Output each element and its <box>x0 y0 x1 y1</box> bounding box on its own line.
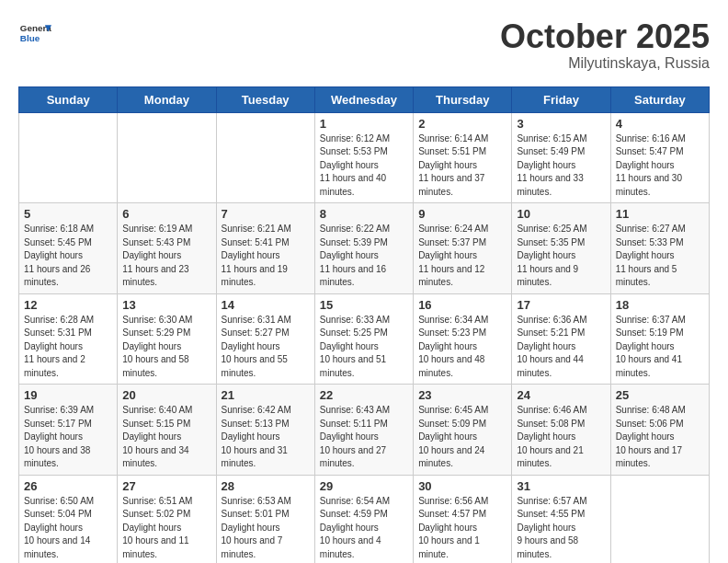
day-info: Sunrise: 6:27 AMSunset: 5:33 PMDaylight … <box>616 223 704 290</box>
day-info: Sunrise: 6:39 AMSunset: 5:17 PMDaylight … <box>24 404 112 471</box>
day-info: Sunrise: 6:18 AMSunset: 5:45 PMDaylight … <box>24 223 112 290</box>
calendar-cell: 24Sunrise: 6:46 AMSunset: 5:08 PMDayligh… <box>512 385 610 476</box>
day-number: 18 <box>616 298 704 312</box>
day-number: 3 <box>517 117 605 131</box>
calendar-cell: 11Sunrise: 6:27 AMSunset: 5:33 PMDayligh… <box>610 203 709 294</box>
weekday-header-tuesday: Tuesday <box>216 86 314 112</box>
calendar-week-row: 19Sunrise: 6:39 AMSunset: 5:17 PMDayligh… <box>19 385 710 476</box>
calendar-cell: 9Sunrise: 6:24 AMSunset: 5:37 PMDaylight… <box>414 203 512 294</box>
day-number: 19 <box>24 388 112 402</box>
day-info: Sunrise: 6:21 AMSunset: 5:41 PMDaylight … <box>222 223 310 290</box>
calendar-cell: 21Sunrise: 6:42 AMSunset: 5:13 PMDayligh… <box>216 385 314 476</box>
day-number: 20 <box>122 388 210 402</box>
day-info: Sunrise: 6:14 AMSunset: 5:51 PMDaylight … <box>418 132 506 200</box>
day-info: Sunrise: 6:31 AMSunset: 5:27 PMDaylight … <box>222 314 310 381</box>
calendar-cell <box>610 475 709 563</box>
day-info: Sunrise: 6:22 AMSunset: 5:39 PMDaylight … <box>320 223 408 290</box>
day-number: 21 <box>222 388 310 402</box>
calendar-cell: 14Sunrise: 6:31 AMSunset: 5:27 PMDayligh… <box>216 293 314 385</box>
day-number: 10 <box>517 207 605 221</box>
day-info: Sunrise: 6:28 AMSunset: 5:31 PMDaylight … <box>24 314 112 381</box>
calendar-cell: 13Sunrise: 6:30 AMSunset: 5:29 PMDayligh… <box>118 293 216 385</box>
calendar-cell: 4Sunrise: 6:16 AMSunset: 5:47 PMDaylight… <box>610 112 709 203</box>
day-info: Sunrise: 6:34 AMSunset: 5:23 PMDaylight … <box>418 314 506 381</box>
calendar-cell <box>118 112 216 203</box>
day-number: 24 <box>517 388 605 402</box>
calendar-cell: 28Sunrise: 6:53 AMSunset: 5:01 PMDayligh… <box>216 475 314 563</box>
day-info: Sunrise: 6:57 AMSunset: 4:55 PMDaylight … <box>517 495 605 562</box>
calendar-cell: 30Sunrise: 6:56 AMSunset: 4:57 PMDayligh… <box>414 475 512 563</box>
day-number: 22 <box>320 388 408 402</box>
day-number: 2 <box>418 117 506 131</box>
weekday-header-thursday: Thursday <box>414 86 512 112</box>
location: Milyutinskaya, Russia <box>500 55 710 72</box>
day-info: Sunrise: 6:50 AMSunset: 5:04 PMDaylight … <box>24 495 112 562</box>
day-number: 8 <box>320 207 408 221</box>
calendar-cell: 10Sunrise: 6:25 AMSunset: 5:35 PMDayligh… <box>512 203 610 294</box>
day-number: 1 <box>320 117 408 131</box>
day-number: 12 <box>24 298 112 312</box>
calendar-cell: 5Sunrise: 6:18 AMSunset: 5:45 PMDaylight… <box>19 203 118 294</box>
day-info: Sunrise: 6:54 AMSunset: 4:59 PMDaylight … <box>320 495 408 562</box>
day-info: Sunrise: 6:48 AMSunset: 5:06 PMDaylight … <box>616 404 704 471</box>
day-info: Sunrise: 6:25 AMSunset: 5:35 PMDaylight … <box>517 223 605 290</box>
calendar-cell: 12Sunrise: 6:28 AMSunset: 5:31 PMDayligh… <box>19 293 118 385</box>
calendar-week-row: 12Sunrise: 6:28 AMSunset: 5:31 PMDayligh… <box>19 293 710 385</box>
calendar-week-row: 26Sunrise: 6:50 AMSunset: 5:04 PMDayligh… <box>19 475 710 563</box>
day-info: Sunrise: 6:53 AMSunset: 5:01 PMDaylight … <box>222 495 310 562</box>
calendar-week-row: 1Sunrise: 6:12 AMSunset: 5:53 PMDaylight… <box>19 112 710 203</box>
svg-text:Blue: Blue <box>20 33 40 43</box>
day-info: Sunrise: 6:33 AMSunset: 5:25 PMDaylight … <box>320 314 408 381</box>
day-number: 27 <box>122 479 210 493</box>
day-info: Sunrise: 6:42 AMSunset: 5:13 PMDaylight … <box>222 404 310 471</box>
day-number: 5 <box>24 207 112 221</box>
day-info: Sunrise: 6:12 AMSunset: 5:53 PMDaylight … <box>320 132 408 200</box>
day-info: Sunrise: 6:37 AMSunset: 5:19 PMDaylight … <box>616 314 704 381</box>
day-info: Sunrise: 6:36 AMSunset: 5:21 PMDaylight … <box>517 314 605 381</box>
calendar-cell: 2Sunrise: 6:14 AMSunset: 5:51 PMDaylight… <box>414 112 512 203</box>
logo: General Blue <box>18 18 51 52</box>
calendar-cell: 20Sunrise: 6:40 AMSunset: 5:15 PMDayligh… <box>118 385 216 476</box>
day-number: 30 <box>418 479 506 493</box>
day-info: Sunrise: 6:43 AMSunset: 5:11 PMDaylight … <box>320 404 408 471</box>
calendar-week-row: 5Sunrise: 6:18 AMSunset: 5:45 PMDaylight… <box>19 203 710 294</box>
day-number: 26 <box>24 479 112 493</box>
day-number: 6 <box>122 207 210 221</box>
calendar-cell: 23Sunrise: 6:45 AMSunset: 5:09 PMDayligh… <box>414 385 512 476</box>
day-info: Sunrise: 6:45 AMSunset: 5:09 PMDaylight … <box>418 404 506 471</box>
page-header: General Blue October 2025 Milyutinskaya,… <box>18 18 710 72</box>
day-number: 28 <box>222 479 310 493</box>
weekday-header-sunday: Sunday <box>19 86 118 112</box>
day-info: Sunrise: 6:40 AMSunset: 5:15 PMDaylight … <box>122 404 210 471</box>
calendar-cell: 29Sunrise: 6:54 AMSunset: 4:59 PMDayligh… <box>314 475 413 563</box>
calendar-cell <box>216 112 314 203</box>
day-number: 14 <box>222 298 310 312</box>
day-number: 25 <box>616 388 704 402</box>
calendar-cell: 31Sunrise: 6:57 AMSunset: 4:55 PMDayligh… <box>512 475 610 563</box>
logo-icon: General Blue <box>18 18 51 52</box>
day-number: 23 <box>418 388 506 402</box>
calendar-cell: 17Sunrise: 6:36 AMSunset: 5:21 PMDayligh… <box>512 293 610 385</box>
month-title: October 2025 <box>500 18 710 55</box>
day-info: Sunrise: 6:56 AMSunset: 4:57 PMDaylight … <box>418 495 506 562</box>
calendar-cell: 22Sunrise: 6:43 AMSunset: 5:11 PMDayligh… <box>314 385 413 476</box>
day-info: Sunrise: 6:15 AMSunset: 5:49 PMDaylight … <box>517 132 605 200</box>
weekday-header-saturday: Saturday <box>610 86 709 112</box>
day-info: Sunrise: 6:24 AMSunset: 5:37 PMDaylight … <box>418 223 506 290</box>
weekday-header-wednesday: Wednesday <box>314 86 413 112</box>
calendar-cell: 27Sunrise: 6:51 AMSunset: 5:02 PMDayligh… <box>118 475 216 563</box>
calendar-cell: 15Sunrise: 6:33 AMSunset: 5:25 PMDayligh… <box>314 293 413 385</box>
calendar-cell: 3Sunrise: 6:15 AMSunset: 5:49 PMDaylight… <box>512 112 610 203</box>
day-number: 4 <box>616 117 704 131</box>
calendar-cell: 1Sunrise: 6:12 AMSunset: 5:53 PMDaylight… <box>314 112 413 203</box>
calendar-cell: 8Sunrise: 6:22 AMSunset: 5:39 PMDaylight… <box>314 203 413 294</box>
day-number: 11 <box>616 207 704 221</box>
calendar-table: SundayMondayTuesdayWednesdayThursdayFrid… <box>18 86 710 563</box>
weekday-header-friday: Friday <box>512 86 610 112</box>
calendar-cell: 26Sunrise: 6:50 AMSunset: 5:04 PMDayligh… <box>19 475 118 563</box>
weekday-header-monday: Monday <box>118 86 216 112</box>
day-info: Sunrise: 6:30 AMSunset: 5:29 PMDaylight … <box>122 314 210 381</box>
day-info: Sunrise: 6:51 AMSunset: 5:02 PMDaylight … <box>122 495 210 562</box>
calendar-cell: 25Sunrise: 6:48 AMSunset: 5:06 PMDayligh… <box>610 385 709 476</box>
calendar-cell: 19Sunrise: 6:39 AMSunset: 5:17 PMDayligh… <box>19 385 118 476</box>
